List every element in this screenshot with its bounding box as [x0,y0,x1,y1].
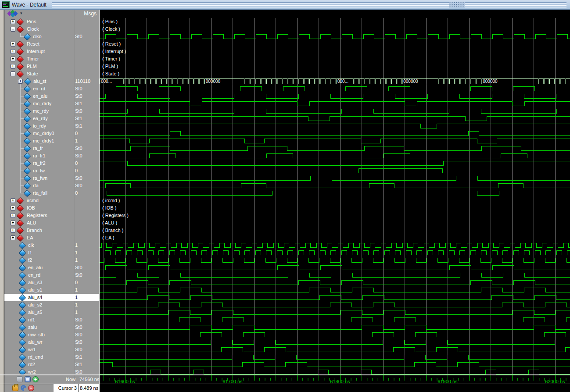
signal-row-f2[interactable]: f21 [4,257,100,264]
group-row-ircmd[interactable]: +ircmd [4,197,100,204]
expand-toggle[interactable]: + [18,79,23,84]
signal-row-f1[interactable]: f11 [4,249,100,257]
signal-row-rd1[interactable]: rd1St0 [4,316,100,324]
signal-row-en_alu[interactable]: en_aluSt0 [4,93,100,100]
signal-row-mc_rdy[interactable]: mc_rdySt0 [4,107,100,115]
signal-row-alu_s4[interactable]: alu_s41 [4,294,100,301]
expand-toggle[interactable]: + [11,213,15,218]
group-name: Branch [27,228,42,233]
group-row-Interrupt[interactable]: +Interrupt [4,48,100,55]
chevron-down-icon[interactable]: ▾ [20,11,22,15]
expand-toggle[interactable]: + [11,198,15,203]
signal-row-alu_wr[interactable]: alu_wrSt0 [4,339,100,346]
cursor-lane[interactable] [100,385,570,392]
signal-value: 1 [75,295,98,300]
expand-toggle[interactable]: + [11,49,15,54]
signal-row-rta[interactable]: rtaSt0 [4,182,100,189]
expand-toggle[interactable]: + [11,19,15,24]
group-row-PLM[interactable]: +PLM [4,63,100,70]
signal-row-rd2[interactable]: rd2St1 [4,361,100,368]
signal-diamond-icon [19,294,26,302]
signal-value: 110110 [75,78,98,84]
group-row-Registers[interactable]: +Registers [4,212,100,219]
signal-row-rta_fall[interactable]: rta_fall0 [4,189,100,197]
wave-alu_s1 [100,288,570,292]
signal-diamond-icon [19,339,26,346]
signal-row-en_alu[interactable]: en_aluSt0 [4,264,100,271]
group-row-ALU[interactable]: +ALU [4,219,100,227]
signal-row-alu_s3[interactable]: alu_s30 [4,279,100,286]
group-row-Pins[interactable]: +Pins [4,18,100,25]
signal-group-diamond-icon[interactable] [7,11,18,17]
signal-diamond-icon [24,123,31,130]
signal-row-en_rd[interactable]: en_rdSt0 [4,85,100,93]
signal-row-ra_fwn[interactable]: ra_fwnSt0 [4,175,100,182]
expand-toggle[interactable]: + [11,57,15,61]
signal-diamond-icon [19,257,26,264]
wave-wr1 [100,348,570,352]
signal-row-clk[interactable]: clk1 [4,242,100,249]
group-name: EA [27,235,33,240]
signal-row-clko[interactable]: clkoSt0 [4,33,100,40]
signal-row-mc_drdy[interactable]: mc_drdySt1 [4,100,100,107]
waveform-canvas[interactable]: ( Pins )( Clock )( Reset )( Interrupt )(… [100,10,570,375]
signal-row-wr2[interactable]: wr2St0 [4,368,100,375]
titlebar-grip-handle[interactable] [449,2,465,7]
signal-value: 1 [75,310,98,315]
expand-toggle[interactable]: + [11,221,15,225]
signal-row-alu_s5[interactable]: alu_s51 [4,309,100,316]
signal-diamond-icon [24,145,31,153]
signal-row-alu_st[interactable]: +alu_st110110 [4,78,100,85]
signal-row-mw_stb[interactable]: mw_stbSt0 [4,331,100,339]
signal-row-mc_drdy0[interactable]: mc_drdy00 [4,130,100,137]
expand-toggle[interactable]: + [11,64,15,69]
group-row-Branch[interactable]: +Branch [4,227,100,234]
expand-toggle[interactable]: + [11,206,15,210]
lock-cursor-icon[interactable] [12,385,18,391]
name-msgs-divider[interactable] [74,10,74,392]
bus-segment [267,79,272,84]
group-diamond-icon [17,220,24,227]
signal-row-wr1[interactable]: wr1St0 [4,346,100,353]
window-titlebar[interactable]: Wave - Default [0,0,570,10]
signal-diamond-icon [24,33,31,41]
expand-toggle[interactable]: - [11,71,15,76]
group-row-IOB[interactable]: +IOB [4,204,100,212]
cursor-name-cell[interactable]: Cursor 3 [54,384,78,392]
signal-row-io_rdy[interactable]: io_rdySt1 [4,122,100,130]
signal-row-ra_fr1[interactable]: ra_fr1St0 [4,152,100,160]
expand-toggle[interactable]: - [11,27,15,32]
signal-row-ra_fr[interactable]: ra_frSt0 [4,145,100,152]
signal-row-salu[interactable]: saluSt0 [4,324,100,331]
group-row-Clock[interactable]: -Clock [4,25,100,33]
group-row-State[interactable]: -State [4,70,100,78]
signal-value: 0 [75,190,98,196]
signal-row-ea_rdy[interactable]: ea_rdySt1 [4,115,100,122]
timeline-ruler[interactable]: 61600 ns61700 ns61800 ns61900 ns62000 ns [100,375,570,384]
group-wave-label: ( Timer ) [102,56,120,61]
group-row-Timer[interactable]: +Timer [4,55,100,63]
signal-value: 1 [75,250,98,255]
cursor-properties-icon[interactable] [20,385,26,391]
group-row-Reset[interactable]: +Reset [4,40,100,48]
signal-row-ra_fw[interactable]: ra_fw0 [4,167,100,175]
cursor-row[interactable]: − Cursor 3 8.489 ns [9,384,104,392]
group-row-EA[interactable]: +EA [4,234,100,242]
waveform-pane[interactable]: ( Pins )( Clock )( Reset )( Interrupt )(… [100,10,570,392]
bus-segment [397,79,402,84]
panel-wave-divider[interactable] [99,10,100,392]
signal-row-alu_s2[interactable]: alu_s21 [4,301,100,309]
signal-row-mc_drdy1[interactable]: mc_drdy11 [4,137,100,145]
signal-row-ra_fr2[interactable]: ra_fr20 [4,160,100,167]
signal-row-rd_end[interactable]: rd_endSt1 [4,353,100,361]
delete-cursor-icon[interactable]: − [28,385,34,391]
signal-row-alu_s1[interactable]: alu_s11 [4,286,100,294]
signal-diamond-icon [19,249,26,257]
signal-value: 0 [75,131,98,136]
expand-toggle[interactable]: + [11,42,15,46]
expand-toggle[interactable]: + [11,228,15,233]
signal-diamond-icon [24,130,31,138]
signal-diamond-icon [24,78,32,86]
expand-toggle[interactable]: + [11,235,15,240]
signal-row-en_rd[interactable]: en_rdSt0 [4,271,100,279]
